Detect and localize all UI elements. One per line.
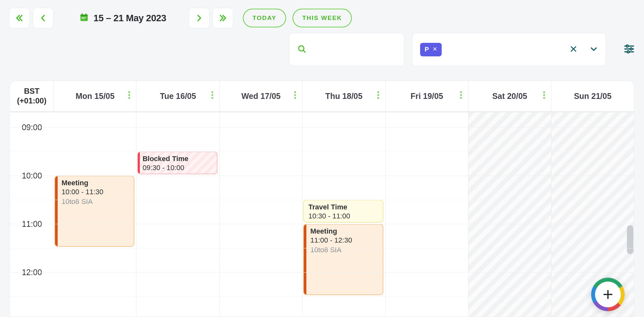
search-input-container[interactable]	[289, 33, 404, 66]
grid-line	[10, 248, 634, 248]
day-menu-icon[interactable]	[128, 91, 130, 101]
settings-icon[interactable]	[614, 43, 635, 56]
calendar-event[interactable]: Meeting10:00 - 11:3010to8 SIA	[54, 176, 134, 247]
prev-week-fast-button[interactable]	[9, 8, 30, 28]
filter-chip-label: P	[425, 46, 429, 53]
search-icon	[297, 44, 307, 55]
remove-chip-icon[interactable]	[433, 47, 437, 53]
grid-line	[10, 296, 634, 297]
day-menu-icon[interactable]	[543, 91, 545, 101]
day-menu-icon[interactable]	[211, 91, 214, 101]
calendar-event[interactable]: Meeting11:00 - 12:3010to8 SIA	[303, 224, 383, 295]
date-range-label: 15 – 21 May 2023	[93, 13, 166, 24]
day-header-label: Wed 17/05	[241, 91, 281, 101]
svg-point-37	[460, 94, 462, 96]
day-header-label: Sat 20/05	[492, 91, 527, 101]
svg-point-31	[294, 94, 296, 96]
expand-filter-icon[interactable]	[590, 45, 598, 54]
day-header: Tue 16/05	[137, 81, 219, 111]
svg-point-24	[128, 91, 130, 93]
svg-rect-10	[83, 18, 84, 19]
day-header-label: Mon 15/05	[76, 91, 115, 101]
day-menu-icon[interactable]	[460, 91, 462, 101]
next-week-button[interactable]	[189, 8, 209, 28]
this-week-button[interactable]: THIS WEEK	[293, 9, 352, 27]
day-header: Fri 19/05	[386, 81, 468, 111]
svg-point-35	[377, 97, 379, 99]
svg-rect-3	[82, 14, 83, 15]
today-button[interactable]: TODAY	[243, 9, 286, 27]
calendar-event[interactable]: Blocked Time09:30 - 10:00	[137, 151, 217, 174]
svg-rect-7	[84, 17, 85, 18]
svg-point-23	[627, 51, 630, 53]
svg-point-32	[294, 97, 296, 99]
day-menu-icon[interactable]	[294, 91, 296, 101]
event-title: Blocked Time	[142, 155, 212, 163]
svg-point-25	[128, 94, 130, 96]
svg-point-22	[630, 48, 632, 50]
svg-rect-9	[82, 18, 83, 19]
event-title: Meeting	[310, 227, 378, 235]
clear-filter-icon[interactable]	[570, 45, 577, 54]
calendar-event[interactable]: Travel Time10:30 - 11:00	[303, 200, 383, 223]
svg-point-33	[377, 91, 379, 93]
svg-point-34	[377, 94, 379, 96]
day-column[interactable]	[386, 112, 468, 317]
day-menu-icon[interactable]	[377, 91, 380, 101]
svg-point-40	[543, 94, 545, 96]
event-location: 10to8 SIA	[310, 246, 378, 254]
event-time: 09:30 - 10:00	[142, 164, 212, 172]
prev-week-button[interactable]	[33, 8, 53, 28]
day-column[interactable]: Travel Time10:30 - 11:00Meeting11:00 - 1…	[303, 112, 385, 317]
svg-point-27	[211, 91, 213, 93]
plus-icon: +	[603, 285, 613, 303]
day-column[interactable]	[220, 112, 303, 317]
day-header-label: Sun 21/05	[574, 91, 611, 101]
add-button[interactable]: +	[591, 278, 625, 311]
event-time: 11:00 - 12:30	[310, 236, 378, 245]
svg-point-21	[626, 45, 629, 47]
grid-line	[10, 200, 634, 200]
day-column[interactable]: Meeting10:00 - 11:3010to8 SIA	[54, 112, 137, 317]
day-header: Sat 20/05	[468, 81, 551, 111]
day-header: Sun 21/05	[552, 81, 634, 111]
calendar: BST (+01:00) Mon 15/05Tue 16/05Wed 17/05…	[10, 81, 634, 317]
svg-rect-4	[85, 14, 86, 15]
day-header: Mon 15/05	[54, 81, 137, 111]
svg-point-41	[543, 97, 545, 99]
grid-line	[10, 151, 634, 152]
timezone-label: BST	[24, 86, 40, 96]
day-header: Thu 18/05	[303, 81, 385, 111]
day-header-label: Thu 18/05	[325, 91, 362, 101]
svg-rect-5	[82, 17, 83, 18]
timezone-cell: BST (+01:00)	[10, 81, 54, 111]
grid-line	[10, 176, 634, 176]
svg-point-28	[211, 94, 213, 96]
filter-select[interactable]: P	[412, 33, 606, 66]
day-header-label: Fri 19/05	[410, 91, 443, 101]
svg-line-13	[303, 50, 305, 52]
day-column[interactable]: Blocked Time09:30 - 10:00	[137, 112, 219, 317]
svg-rect-8	[85, 17, 86, 18]
day-header-label: Tue 16/05	[160, 91, 196, 101]
svg-rect-2	[81, 14, 88, 16]
svg-point-39	[543, 91, 545, 93]
svg-point-26	[128, 97, 130, 99]
grid-line	[10, 272, 634, 273]
timezone-offset: (+01:00)	[17, 96, 46, 106]
svg-rect-11	[84, 18, 85, 19]
svg-point-29	[211, 97, 213, 99]
day-column[interactable]	[468, 112, 551, 317]
svg-point-30	[294, 91, 296, 93]
svg-rect-6	[83, 17, 84, 18]
day-header: Wed 17/05	[220, 81, 303, 111]
filter-chip[interactable]: P	[420, 43, 442, 56]
grid-line	[10, 224, 634, 224]
scrollbar-thumb[interactable]	[627, 225, 633, 254]
calendar-icon	[79, 13, 89, 24]
time-label: 13:00	[10, 316, 54, 317]
svg-point-38	[460, 97, 462, 99]
grid-line	[10, 127, 634, 128]
next-week-fast-button[interactable]	[213, 8, 233, 28]
event-time: 10:30 - 11:00	[308, 212, 378, 220]
